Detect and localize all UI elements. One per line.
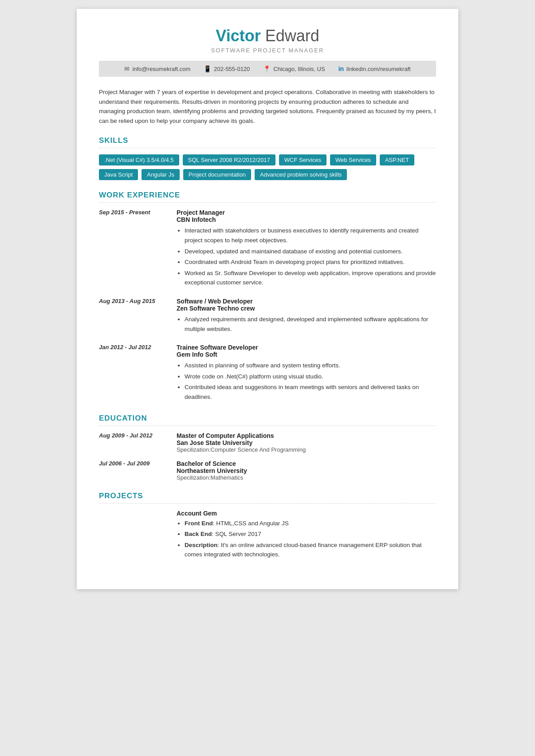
resume-header: Victor Edward SOFTWARE PROJECT MANAGER (99, 27, 436, 54)
bullet-item: Wrote code on .Net(C#) platform using vi… (185, 372, 436, 382)
exp-content: Software / Web Developer Zen Software Te… (177, 298, 436, 335)
first-name: Victor (216, 27, 260, 45)
project-placeholder (99, 510, 168, 561)
contact-bar: ✉ info@resumekraft.com 📱 202-555-0120 📍 … (99, 61, 436, 77)
education-items: Aug 2009 - Jul 2012 Master of Computer A… (99, 432, 436, 481)
edu-specialization: Specilization:Computer Science And Progr… (177, 446, 436, 453)
projects-items: Account Gem Front End: HTML,CSS and Angu… (99, 510, 436, 561)
bullet-item: Interacted with stakeholders or business… (185, 226, 436, 245)
contact-email: ✉ info@resumekraft.com (124, 65, 190, 72)
work-experience-item: Sep 2015 - Present Project Manager CBN I… (99, 209, 436, 289)
job-title: SOFTWARE PROJECT MANAGER (99, 47, 436, 54)
work-items: Sep 2015 - Present Project Manager CBN I… (99, 209, 436, 403)
project-bullet: Description: It's an online advanced clo… (185, 540, 436, 559)
exp-title: Software / Web Developer (177, 298, 436, 305)
linkedin-text: linkedin.com/resumekraft (346, 66, 411, 72)
edu-date: Jul 2006 - Jul 2009 (99, 460, 168, 481)
bullet-label: Description (185, 542, 217, 548)
exp-date: Aug 2013 - Aug 2015 (99, 298, 168, 335)
skills-section: SKILLS .Net (Visual C#) 3.5/4.0/4.5SQL S… (99, 136, 436, 180)
exp-title: Project Manager (177, 209, 436, 216)
phone-icon: 📱 (204, 65, 211, 72)
phone-text: 202-555-0120 (214, 66, 250, 72)
exp-company: CBN Infotech (177, 216, 436, 223)
exp-bullets-list: Assisted in planning of software and sys… (177, 361, 436, 402)
edu-specialization: Specilization:Mathematics (177, 474, 436, 481)
bullet-label: Front End (185, 520, 213, 527)
skill-tag: ASP.NET (380, 154, 414, 165)
edu-school: Northeastern University (177, 467, 436, 474)
bullet-item: Contributed ideas and suggestions in tea… (185, 382, 436, 402)
full-name: Victor Edward (99, 27, 436, 45)
projects-section: PROJECTS Account Gem Front End: HTML,CSS… (99, 492, 436, 561)
project-item: Account Gem Front End: HTML,CSS and Angu… (99, 510, 436, 561)
project-bullet: Back End: SQL Server 2017 (185, 529, 436, 539)
exp-bullets-list: Analyzed requirements and designed, deve… (177, 315, 436, 334)
skill-tag: Angular Js (142, 169, 179, 180)
location-text: Chicago, Illinois, US (273, 66, 325, 72)
project-bullets-list: Front End: HTML,CSS and Angular JSBack E… (177, 519, 436, 559)
skills-tags-container: .Net (Visual C#) 3.5/4.0/4.5SQL Server 2… (99, 154, 436, 180)
education-item: Jul 2006 - Jul 2009 Bachelor of Science … (99, 460, 436, 481)
exp-content: Trainee Software Developer Gem Info Soft… (177, 344, 436, 403)
work-experience-title: WORK EXPERIENCE (99, 191, 436, 203)
bullet-item: Coordinated with Android Team in develop… (185, 257, 436, 267)
exp-bullets-list: Interacted with stakeholders or business… (177, 226, 436, 287)
skill-tag: .Net (Visual C#) 3.5/4.0/4.5 (99, 154, 179, 165)
edu-content: Master of Computer Applications San Jose… (177, 432, 436, 453)
bullet-label: Back End (185, 531, 212, 537)
edu-content: Bachelor of Science Northeastern Univers… (177, 460, 436, 481)
exp-date: Jan 2012 - Jul 2012 (99, 344, 168, 403)
bullet-item: Analyzed requirements and designed, deve… (185, 315, 436, 334)
exp-company: Gem Info Soft (177, 351, 436, 358)
last-name: Edward (265, 27, 319, 45)
edu-degree: Master of Computer Applications (177, 432, 436, 439)
resume-document: Victor Edward SOFTWARE PROJECT MANAGER ✉… (77, 9, 458, 589)
exp-content: Project Manager CBN Infotech Interacted … (177, 209, 436, 289)
project-name: Account Gem (177, 510, 436, 517)
projects-title: PROJECTS (99, 492, 436, 504)
work-experience-section: WORK EXPERIENCE Sep 2015 - Present Proje… (99, 191, 436, 403)
edu-school: San Jose State University (177, 439, 436, 446)
work-experience-item: Aug 2013 - Aug 2015 Software / Web Devel… (99, 298, 436, 335)
skill-tag: Web Services (330, 154, 376, 165)
contact-linkedin: in linkedin.com/resumekraft (338, 65, 411, 72)
exp-title: Trainee Software Developer (177, 344, 436, 351)
skill-tag: Advanced problem solving skills (255, 169, 347, 180)
exp-company: Zen Software Techno crew (177, 305, 436, 312)
edu-date: Aug 2009 - Jul 2012 (99, 432, 168, 453)
bullet-item: Worked as Sr. Software Developer to deve… (185, 268, 436, 287)
edu-degree: Bachelor of Science (177, 460, 436, 467)
education-section: EDUCATION Aug 2009 - Jul 2012 Master of … (99, 414, 436, 481)
skill-tag: WCF Services (279, 154, 327, 165)
education-title: EDUCATION (99, 414, 436, 426)
email-icon: ✉ (124, 65, 130, 72)
summary-text: Project Manager with 7 years of expertis… (99, 87, 436, 126)
linkedin-icon: in (338, 65, 344, 72)
location-icon: 📍 (263, 65, 271, 72)
email-text: info@resumekraft.com (132, 66, 190, 72)
skills-title: SKILLS (99, 136, 436, 148)
skill-tag: Java Script (99, 169, 138, 180)
bullet-item: Developed, updated and maintained databa… (185, 247, 436, 256)
work-experience-item: Jan 2012 - Jul 2012 Trainee Software Dev… (99, 344, 436, 403)
project-content: Account Gem Front End: HTML,CSS and Angu… (177, 510, 436, 561)
project-bullet: Front End: HTML,CSS and Angular JS (185, 519, 436, 528)
skill-tag: Project documentation (183, 169, 251, 180)
contact-location: 📍 Chicago, Illinois, US (263, 65, 325, 72)
bullet-item: Assisted in planning of software and sys… (185, 361, 436, 370)
skill-tag: SQL Server 2008 R2/2012/2017 (183, 154, 275, 165)
exp-date: Sep 2015 - Present (99, 209, 168, 289)
education-item: Aug 2009 - Jul 2012 Master of Computer A… (99, 432, 436, 453)
contact-phone: 📱 202-555-0120 (204, 65, 250, 72)
